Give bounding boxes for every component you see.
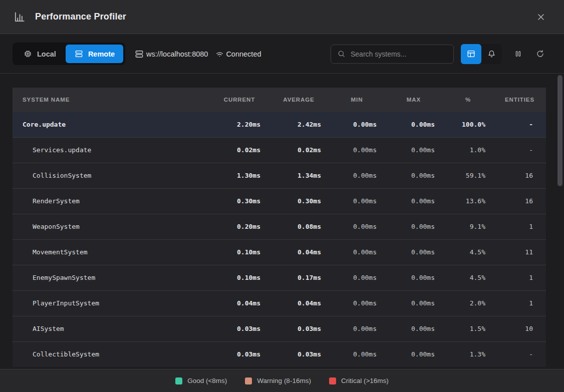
entities-cell: 10 xyxy=(493,316,546,341)
current-cell: 0.03ms xyxy=(210,316,268,341)
table-layout-icon xyxy=(466,49,476,59)
legend-swatch xyxy=(245,377,252,384)
titlebar: Performance Profiler xyxy=(0,0,564,34)
pause-icon xyxy=(513,49,523,59)
column-header-max[interactable]: MAX xyxy=(385,88,443,112)
max-cell: 0.00ms xyxy=(385,163,443,188)
legend-label: Critical (>16ms) xyxy=(341,377,389,384)
legend-label: Good (<8ms) xyxy=(187,377,227,384)
wifi-icon xyxy=(215,49,224,59)
column-header-entities[interactable]: ENTITIES xyxy=(493,88,546,112)
min-cell: 0.00ms xyxy=(329,239,385,265)
column-header-current[interactable]: CURRENT xyxy=(210,88,268,112)
system-name-cell: CollisionSystem xyxy=(13,163,210,188)
entities-cell: - xyxy=(493,341,546,367)
legend-swatch xyxy=(175,377,182,384)
table-view-button[interactable] xyxy=(461,44,481,64)
system-name-cell: AISystem xyxy=(13,316,210,341)
pause-button[interactable] xyxy=(509,44,527,64)
percent-cell: 59.1% xyxy=(443,163,493,188)
average-cell: 0.04ms xyxy=(268,239,329,265)
percent-cell: 100.0% xyxy=(443,112,493,137)
percent-cell: 4.5% xyxy=(443,239,493,265)
min-cell: 0.00ms xyxy=(329,188,385,214)
table-row[interactable]: RenderSystem0.30ms0.30ms0.00ms0.00ms13.6… xyxy=(13,188,546,214)
entities-cell: - xyxy=(493,137,546,163)
refresh-button[interactable] xyxy=(531,44,549,64)
performance-profiler-window: Performance Profiler Local xyxy=(0,0,564,392)
legend-swatch xyxy=(329,377,336,384)
entities-cell: 16 xyxy=(493,188,546,214)
table-row[interactable]: Core.update2.20ms2.42ms0.00ms0.00ms100.0… xyxy=(13,112,546,137)
max-cell: 0.00ms xyxy=(385,188,443,214)
current-cell: 1.30ms xyxy=(210,163,268,188)
bar-chart-icon xyxy=(13,11,26,24)
percent-cell: 9.1% xyxy=(443,214,493,239)
max-cell: 0.00ms xyxy=(385,290,443,316)
percent-cell: 2.0% xyxy=(443,290,493,316)
table-row[interactable]: PlayerInputSystem0.04ms0.04ms0.00ms0.00m… xyxy=(13,290,546,316)
min-cell: 0.00ms xyxy=(329,290,385,316)
current-cell: 0.10ms xyxy=(210,239,268,265)
max-cell: 0.00ms xyxy=(385,265,443,290)
page-title: Performance Profiler xyxy=(35,12,126,22)
table-row[interactable]: CollectibleSystem0.03ms0.03ms0.00ms0.00m… xyxy=(13,341,546,367)
current-cell: 0.02ms xyxy=(210,137,268,163)
system-name-cell: CollectibleSystem xyxy=(13,341,210,367)
system-name-cell: EnemySpawnSystem xyxy=(13,265,210,290)
system-name-cell: PlayerInputSystem xyxy=(13,290,210,316)
vertical-scrollbar[interactable] xyxy=(557,75,562,186)
legend-item: Critical (>16ms) xyxy=(329,377,389,384)
entities-cell: 1 xyxy=(493,214,546,239)
column-header-[interactable]: % xyxy=(443,88,493,112)
min-cell: 0.00ms xyxy=(329,112,385,137)
column-header-min[interactable]: MIN xyxy=(329,88,385,112)
close-button[interactable] xyxy=(531,7,551,27)
search-icon xyxy=(337,50,346,58)
max-cell: 0.00ms xyxy=(385,316,443,341)
cpu-icon xyxy=(23,49,33,59)
connection-url: ws://localhost:8080 xyxy=(146,50,208,58)
current-cell: 2.20ms xyxy=(210,112,268,137)
alerts-button[interactable] xyxy=(481,44,502,64)
table-row[interactable]: AISystem0.03ms0.03ms0.00ms0.00ms1.5%10 xyxy=(13,316,546,341)
entities-cell: 1 xyxy=(493,265,546,290)
percent-cell: 4.5% xyxy=(443,265,493,290)
average-cell: 0.04ms xyxy=(268,290,329,316)
toolbar-right xyxy=(331,44,549,64)
max-cell: 0.00ms xyxy=(385,341,443,367)
current-cell: 0.30ms xyxy=(210,188,268,214)
local-tab-label: Local xyxy=(37,50,56,58)
max-cell: 0.00ms xyxy=(385,214,443,239)
average-cell: 0.08ms xyxy=(268,214,329,239)
table-row[interactable]: MovementSystem0.10ms0.04ms0.00ms0.00ms4.… xyxy=(13,239,546,265)
table-row[interactable]: CollisionSystem1.30ms1.34ms0.00ms0.00ms5… xyxy=(13,163,546,188)
average-cell: 2.42ms xyxy=(268,112,329,137)
system-name-cell: MovementSystem xyxy=(13,239,210,265)
search-input[interactable] xyxy=(351,50,447,58)
table-row[interactable]: EnemySpawnSystem0.10ms0.17ms0.00ms0.00ms… xyxy=(13,265,546,290)
system-name-cell: Core.update xyxy=(13,112,210,137)
column-header-average[interactable]: AVERAGE xyxy=(268,88,329,112)
local-tab[interactable]: Local xyxy=(15,45,65,63)
table-row[interactable]: Services.update0.02ms0.02ms0.00ms0.00ms1… xyxy=(13,137,546,163)
search-box xyxy=(331,45,454,64)
refresh-icon xyxy=(535,49,545,59)
close-icon xyxy=(536,12,546,22)
table-row[interactable]: WeaponSystem0.20ms0.08ms0.00ms0.00ms9.1%… xyxy=(13,214,546,239)
legend-label: Warning (8-16ms) xyxy=(257,377,311,384)
entities-cell: - xyxy=(493,112,546,137)
percent-cell: 1.0% xyxy=(443,137,493,163)
remote-tab-label: Remote xyxy=(88,50,115,58)
average-cell: 0.02ms xyxy=(268,137,329,163)
min-cell: 0.00ms xyxy=(329,163,385,188)
connection-info: ws://localhost:8080 Connected xyxy=(134,49,261,59)
toolbar: Local Remote xyxy=(0,35,564,74)
min-cell: 0.00ms xyxy=(329,214,385,239)
bell-icon xyxy=(487,49,496,59)
percent-cell: 1.5% xyxy=(443,316,493,341)
remote-tab[interactable]: Remote xyxy=(66,45,123,63)
systems-table: SYSTEM NAMECURRENTAVERAGEMINMAX%ENTITIES… xyxy=(13,88,546,367)
column-header-system-name[interactable]: SYSTEM NAME xyxy=(13,88,210,112)
min-cell: 0.00ms xyxy=(329,341,385,367)
